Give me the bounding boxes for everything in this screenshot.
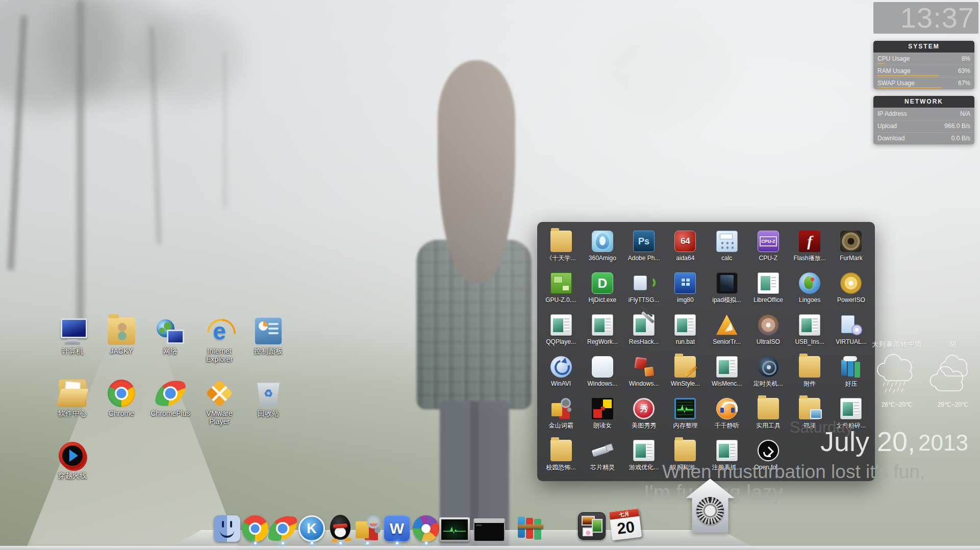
calendar-day: 20 bbox=[610, 516, 642, 540]
weather-temp: 29℃~20℃ bbox=[925, 401, 980, 408]
launcher-app[interactable]: USB_Ins... bbox=[789, 310, 831, 352]
app-label: Lingoes bbox=[789, 296, 831, 304]
launcher-app[interactable]: WinAVI bbox=[540, 352, 582, 393]
launcher-app[interactable]: DHjDict.exe bbox=[582, 268, 623, 310]
ipad-icon bbox=[716, 272, 738, 294]
launcher-app[interactable]: 360Amigo bbox=[582, 226, 623, 268]
launcher-app[interactable]: 好压 bbox=[831, 352, 872, 393]
kugou-icon[interactable]: K bbox=[298, 515, 325, 542]
finder-icon[interactable] bbox=[214, 515, 240, 542]
meitu-glyph: 秀 bbox=[640, 404, 648, 414]
shutdown-timer-icon bbox=[758, 356, 779, 378]
powerword-dock-icon[interactable] bbox=[354, 515, 381, 542]
launcher-app[interactable]: RegWork... bbox=[582, 310, 623, 352]
app-label: 金山词霸 bbox=[540, 422, 582, 429]
home-launcher-icon[interactable] bbox=[686, 479, 735, 533]
desktop-icon-control-panel[interactable]: 控制面板 bbox=[245, 317, 291, 355]
folder-icon bbox=[799, 356, 820, 378]
launcher-app[interactable]: WisMenc... bbox=[706, 352, 747, 393]
poweriso-icon bbox=[840, 272, 862, 294]
launcher-app[interactable]: Lingoes bbox=[789, 268, 831, 310]
launcher-app[interactable]: 实用工具 bbox=[747, 393, 789, 435]
folder-icon bbox=[550, 440, 572, 461]
network-panel: NETWORK IP Address N/A Upload 966.0 B/s … bbox=[873, 96, 974, 144]
winrar-icon[interactable] bbox=[517, 514, 544, 541]
launcher-app[interactable]: 金山词霸 bbox=[540, 393, 582, 435]
launcher-app[interactable]: 附件 bbox=[789, 352, 831, 393]
clock-time: 13:37 bbox=[900, 4, 974, 32]
aida64-glyph: 64 bbox=[681, 236, 690, 246]
launcher-app[interactable]: GPU-Z.0.... bbox=[540, 268, 582, 310]
launcher-app[interactable]: 定时关机... bbox=[747, 352, 789, 393]
desktop-icon-chrome[interactable]: Chrome bbox=[98, 380, 144, 417]
launcher-app[interactable]: iFlyTTSG... bbox=[623, 268, 665, 310]
launcher-app[interactable]: WinStyle... bbox=[665, 352, 706, 393]
launcher-app[interactable]: 秀美图秀秀 bbox=[623, 393, 665, 435]
app-label: 附件 bbox=[789, 380, 831, 387]
launcher-app[interactable]: fFlash播放... bbox=[789, 226, 831, 268]
hjdict-icon: D bbox=[592, 272, 613, 294]
desktop-icon-vmware[interactable]: VMware Player bbox=[196, 380, 242, 426]
picasa-icon[interactable] bbox=[413, 515, 439, 542]
launcher-app[interactable]: LibreOffice bbox=[747, 268, 789, 310]
hjdict-glyph: D bbox=[597, 276, 607, 291]
desktop-icon-network[interactable]: 网络 bbox=[147, 317, 193, 355]
open-folder-icon bbox=[59, 380, 86, 407]
wps-writer-icon[interactable]: W bbox=[384, 515, 410, 542]
launcher-app[interactable]: ResHack... bbox=[623, 310, 665, 352]
meitu-icon: 秀 bbox=[633, 398, 655, 419]
launcher-app[interactable]: 内存整理 bbox=[665, 393, 706, 435]
system-monitor-icon[interactable] bbox=[439, 517, 470, 542]
app-label: Windows... bbox=[582, 380, 623, 387]
desktop-icon-computer[interactable]: 计算机 bbox=[49, 317, 95, 355]
winavi-icon bbox=[550, 356, 572, 378]
launcher-app[interactable]: 校园恐怖... bbox=[540, 435, 582, 477]
app-label: iFlyTTSG... bbox=[623, 296, 665, 304]
launcher-app[interactable]: 千千静听 bbox=[706, 393, 747, 435]
desktop-icon-software-center[interactable]: 软件中心 bbox=[49, 380, 95, 417]
window-stack-icon[interactable] bbox=[578, 512, 606, 540]
launcher-app[interactable]: 游戏优化... bbox=[623, 435, 665, 477]
desktop-icon-qvod[interactable]: 穿越火线 bbox=[49, 442, 95, 480]
desktop-icon-recycle-bin[interactable]: ♻ 回收站 bbox=[245, 380, 291, 417]
desktop-icon-chromeplus[interactable]: ChromePlus bbox=[147, 380, 193, 417]
launcher-app[interactable]: SeniorTr... bbox=[706, 310, 747, 352]
chrome-dock-icon[interactable] bbox=[242, 515, 268, 542]
launcher-app[interactable]: img80 bbox=[665, 268, 706, 310]
launcher-app[interactable]: Windows... bbox=[582, 352, 623, 393]
launcher-app[interactable]: FurMark bbox=[831, 226, 872, 268]
launcher-app[interactable]: CPU-ZCPU-Z bbox=[747, 226, 789, 268]
launcher-app[interactable]: 芯片精灵 bbox=[582, 435, 623, 477]
network-row-ip: IP Address N/A bbox=[873, 108, 974, 120]
launcher-app[interactable]: PsAdobe Ph... bbox=[623, 226, 665, 268]
launcher-app[interactable]: 朗读女 bbox=[582, 393, 623, 435]
launcher-app[interactable]: UltraISO bbox=[747, 310, 789, 352]
launcher-app[interactable]: Windows... bbox=[623, 352, 665, 393]
launcher-app[interactable]: QQPlaye... bbox=[540, 310, 582, 352]
app-label: ResHack... bbox=[623, 338, 665, 345]
weather-right: 阴 29℃~20℃ bbox=[925, 340, 980, 408]
cpuz-glyph: CPU-Z bbox=[760, 236, 777, 246]
launcher-app[interactable]: run.bat bbox=[665, 310, 706, 352]
desktop-icon-user-folder[interactable]: JACKY bbox=[98, 317, 144, 355]
qq-icon[interactable] bbox=[328, 514, 353, 542]
launcher-app[interactable]: VIRTUAL... bbox=[831, 310, 872, 352]
launcher-app[interactable]: PowerISO bbox=[831, 268, 872, 310]
network-panel-title: NETWORK bbox=[873, 96, 974, 108]
app-label: 朗读女 bbox=[582, 422, 623, 429]
launcher-app[interactable]: 《十天学... bbox=[540, 226, 582, 268]
desktop-icon-internet-explorer[interactable]: e Internet Explorer bbox=[196, 317, 242, 363]
app-window-icon bbox=[550, 314, 572, 336]
date-year: 2013 bbox=[918, 432, 968, 454]
calendar-icon[interactable]: 七月 20 bbox=[609, 509, 642, 541]
launcher-app[interactable]: calc bbox=[706, 226, 747, 268]
running-indicator bbox=[254, 541, 257, 545]
weather-widget: 大到暴雨转中雨 26℃~20℃ 阴 29℃~20℃ bbox=[869, 340, 980, 424]
chrome-icon bbox=[108, 380, 135, 407]
terminal-icon[interactable] bbox=[473, 518, 505, 542]
launcher-app[interactable]: ipad模拟... bbox=[706, 268, 747, 310]
kugou-glyph: K bbox=[307, 521, 317, 537]
launcher-app[interactable]: 64aida64 bbox=[665, 226, 706, 268]
rain-cloud-icon bbox=[871, 349, 922, 398]
app-label: WinStyle... bbox=[665, 380, 706, 387]
